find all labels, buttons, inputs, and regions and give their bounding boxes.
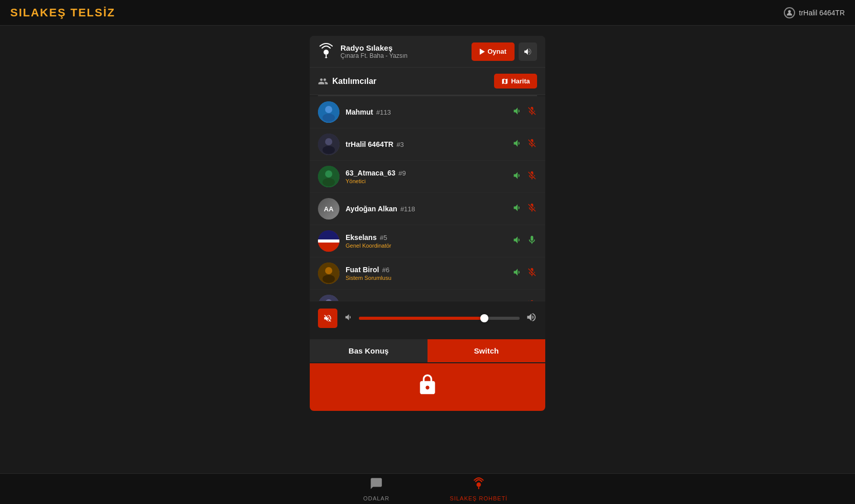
avatar [318, 134, 339, 155]
participants-list: Mahmut #113 [310, 96, 545, 301]
svg-point-0 [788, 10, 790, 12]
radio-title: Radyo Sılakeş [340, 43, 465, 52]
svg-marker-3 [325, 57, 328, 58]
participant-role: Genel Koordinatör [346, 243, 506, 249]
bottom-nav: ODALAR SILAKEŞ ROHBETİ [0, 473, 855, 504]
play-label: Oynat [487, 48, 506, 55]
volume-slider[interactable] [359, 317, 520, 320]
radio-subtitle: Çınara Ft. Baha - Yazsın [340, 52, 465, 59]
avatar [318, 166, 339, 187]
participant-role: Sistem Sorumlusu [346, 275, 506, 281]
list-item: Alp-Aslan70 #104 [310, 290, 545, 301]
svg-point-18 [325, 267, 332, 274]
participants-header: Katılımcılar Harita [310, 68, 545, 95]
app-header: SILAKEŞ TELSİZ trHalil 6464TR [0, 0, 855, 26]
svg-point-1 [324, 50, 329, 55]
mic-muted-icon[interactable] [527, 138, 537, 151]
odalar-icon [370, 477, 383, 493]
participant-controls [512, 170, 537, 183]
svg-rect-16 [318, 239, 339, 243]
volume-fill [359, 317, 484, 320]
list-item: Mahmut #113 [310, 96, 545, 128]
volume-top-button[interactable] [519, 42, 537, 61]
svg-point-7 [323, 114, 335, 122]
mic-muted-icon[interactable] [527, 170, 537, 183]
radio-info: Radyo Sılakeş Çınara Ft. Baha - Yazsın [340, 43, 465, 59]
avatar [318, 230, 339, 252]
participant-controls [512, 106, 537, 119]
participant-info: Aydoğan Alkan #118 [346, 205, 506, 213]
svg-point-13 [323, 178, 335, 186]
volume-icon[interactable] [512, 106, 523, 119]
mic-active-icon[interactable] [527, 235, 537, 248]
svg-point-29 [477, 482, 481, 487]
participant-role: Yönetici [346, 178, 506, 184]
lock-button[interactable] [310, 363, 545, 411]
participant-info: trHalil 6464TR #3 [346, 140, 506, 148]
switch-button[interactable]: Switch [428, 339, 545, 362]
header-user: trHalil 6464TR [784, 7, 845, 18]
user-avatar-icon [784, 7, 795, 18]
participant-name: Mahmut #113 [346, 108, 506, 116]
list-item: Ekselans #5 Genel Koordinatör [310, 225, 545, 257]
avatar: AA [318, 198, 339, 220]
map-button[interactable]: Harita [494, 74, 537, 89]
participant-controls [512, 267, 537, 280]
participant-name: Aydoğan Alkan #118 [346, 205, 506, 213]
main-content: Radyo Sılakeş Çınara Ft. Baha - Yazsın O… [0, 26, 855, 473]
list-item: 63_Atmaca_63 #9 Yönetici [310, 161, 545, 193]
mic-muted-icon[interactable] [527, 203, 537, 215]
play-button[interactable]: Oynat [472, 42, 515, 61]
radio-bar: Radyo Sılakeş Çınara Ft. Baha - Yazsın O… [310, 36, 545, 68]
avatar [318, 101, 339, 123]
svg-point-19 [323, 275, 335, 283]
bottom-buttons: Bas Konuş Switch [310, 339, 545, 362]
svg-marker-4 [480, 49, 485, 55]
participant-info: Ekselans #5 Genel Koordinatör [346, 233, 506, 249]
svg-point-9 [325, 138, 332, 145]
volume-section [310, 301, 545, 335]
nav-item-odalar[interactable]: ODALAR [325, 473, 428, 505]
avatar [318, 295, 339, 301]
mic-muted-icon[interactable] [527, 267, 537, 280]
app-title: SILAKEŞ TELSİZ [10, 6, 115, 19]
nav-item-sohbet[interactable]: SILAKEŞ ROHBETİ [428, 473, 530, 505]
volume-thumb [480, 314, 488, 322]
volume-icon[interactable] [512, 170, 523, 183]
volume-icon[interactable] [512, 138, 523, 151]
participant-info: Fuat Birol #6 Sistem Sorumlusu [346, 266, 506, 281]
nav-label-sohbet: SILAKEŞ ROHBETİ [450, 495, 508, 501]
svg-point-12 [325, 170, 332, 178]
lock-icon [416, 374, 439, 401]
list-item: AA Aydoğan Alkan #118 [310, 193, 545, 225]
sohbet-icon [472, 477, 485, 493]
volume-icon[interactable] [512, 203, 523, 215]
map-icon [501, 78, 508, 85]
mic-muted-icon[interactable] [527, 106, 537, 119]
radio-wave-icon [318, 42, 334, 61]
participants-icon [318, 76, 328, 86]
bas-konus-button[interactable]: Bas Konuş [310, 339, 428, 362]
radio-controls: Oynat [472, 42, 537, 61]
list-item: trHalil 6464TR #3 [310, 128, 545, 161]
list-item: Fuat Birol #6 Sistem Sorumlusu [310, 257, 545, 290]
participant-controls [512, 138, 537, 151]
participant-controls [512, 203, 537, 215]
nav-label-odalar: ODALAR [363, 495, 389, 501]
avatar [318, 262, 339, 284]
participant-controls [512, 235, 537, 248]
participant-name: 63_Atmaca_63 #9 [346, 169, 506, 177]
participants-label: Katılımcılar [332, 77, 376, 86]
participant-info: 63_Atmaca_63 #9 Yönetici [346, 169, 506, 184]
svg-point-10 [323, 146, 335, 154]
map-label: Harita [511, 77, 530, 85]
volume-icon[interactable] [512, 235, 523, 248]
participant-name: Ekselans #5 [346, 233, 506, 242]
mute-button[interactable] [318, 309, 337, 328]
main-panel: Radyo Sılakeş Çınara Ft. Baha - Yazsın O… [310, 36, 545, 411]
participants-title: Katılımcılar [318, 76, 376, 86]
header-username: trHalil 6464TR [799, 9, 845, 17]
participant-name: trHalil 6464TR #3 [346, 140, 506, 148]
svg-rect-15 [318, 241, 339, 252]
volume-icon[interactable] [512, 267, 523, 280]
